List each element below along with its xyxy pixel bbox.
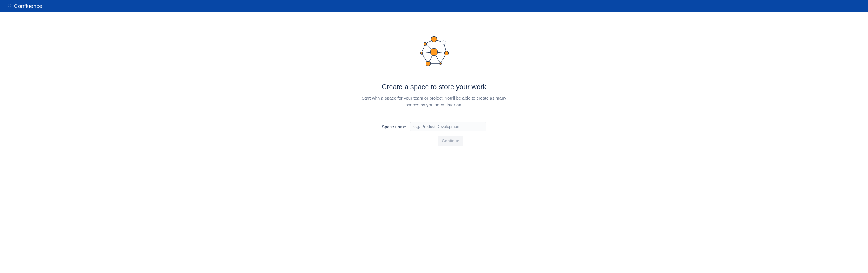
svg-point-17 — [444, 51, 448, 55]
svg-point-20 — [439, 62, 441, 65]
page-subtitle: Start with a space for your team or proj… — [359, 95, 509, 108]
svg-point-15 — [442, 41, 446, 45]
product-name: Confluence — [14, 3, 42, 9]
svg-point-18 — [421, 52, 423, 54]
page-title: Create a space to store your work — [382, 83, 486, 91]
svg-point-19 — [426, 61, 431, 66]
svg-point-13 — [431, 36, 437, 42]
svg-point-14 — [424, 42, 427, 45]
onboarding-main: Create a space to store your work Start … — [0, 12, 868, 146]
confluence-logo[interactable]: Confluence — [5, 2, 42, 10]
space-name-row: Space name — [382, 122, 486, 131]
svg-point-16 — [430, 48, 438, 56]
network-illustration-icon — [416, 35, 452, 71]
app-header: Confluence — [0, 0, 868, 12]
space-name-label: Space name — [382, 124, 406, 129]
confluence-icon — [5, 2, 11, 10]
space-name-input[interactable] — [410, 122, 486, 131]
continue-button[interactable]: Continue — [438, 136, 463, 146]
